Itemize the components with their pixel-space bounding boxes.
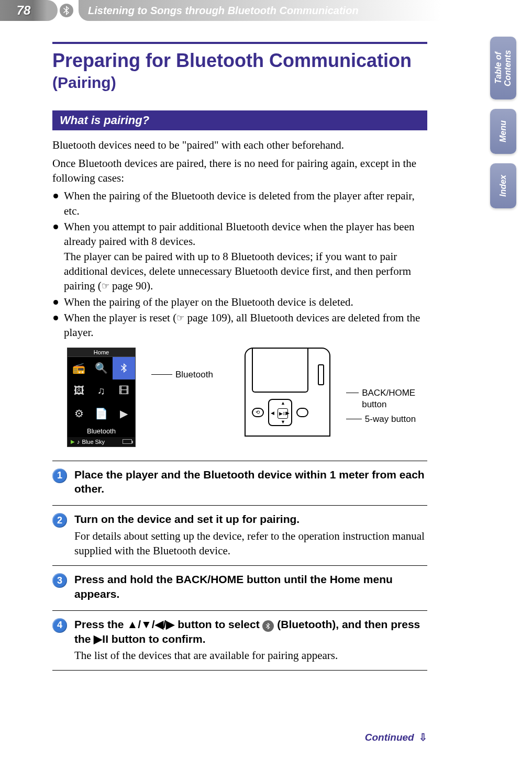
video-icon: 🎞 — [113, 380, 135, 402]
search-icon: 🔍 — [90, 357, 113, 380]
title-rule — [52, 42, 427, 44]
note-icon: ♪ — [77, 439, 80, 445]
play-icon: ▶ — [71, 439, 75, 444]
tab-table-of-contents[interactable]: Table of Contents — [490, 37, 516, 99]
figure-row: Home 📻 🔍 🖼 ♫ 🎞 ⚙ 📄 ▶ Bluetooth ▶ ♪ Blue … — [67, 348, 427, 447]
option-button — [296, 408, 308, 417]
step-heading: Press the ▲/▼/◀/▶ button to select (Blue… — [74, 617, 427, 646]
step-text: For details about setting up the device,… — [74, 529, 427, 559]
battery-icon — [123, 439, 132, 444]
page-title: Preparing for Bluetooth Communication (P… — [52, 50, 427, 92]
device-callouts: BACK/HOME button 5-way button — [346, 348, 427, 425]
playlist-icon: 📄 — [90, 402, 113, 425]
bullet-item: When the pairing of the Bluetooth device… — [52, 188, 427, 218]
back-home-button: ⟲ — [252, 408, 264, 417]
step-item: 1 Place the player and the Bluetooth dev… — [52, 461, 427, 506]
step-number: 2 — [52, 513, 67, 528]
bluetooth-icon — [262, 620, 274, 632]
callout-label: 5-way button — [365, 414, 416, 425]
home-menu-screenshot: Home 📻 🔍 🖼 ♫ 🎞 ⚙ 📄 ▶ Bluetooth ▶ ♪ Blue … — [67, 348, 136, 447]
side-tabs: Table of Contents Menu Index — [490, 37, 516, 208]
fm-icon: 📻 — [68, 357, 90, 380]
bullet-item: When you attempt to pair additional Blue… — [52, 219, 427, 294]
title-main: Preparing for Bluetooth Communication — [52, 50, 412, 71]
step-item: 2 Turn on the device and set it up for p… — [52, 505, 427, 565]
step-number: 4 — [52, 618, 67, 633]
five-way-button: ▲▼ ◀▶ ▶II — [268, 399, 292, 426]
bluetooth-icon — [60, 4, 73, 17]
arrow-down-icon: ⇩ — [419, 731, 427, 743]
step-heading: Turn on the device and set it up for pai… — [74, 512, 427, 526]
callout-label: Bluetooth — [175, 370, 213, 380]
hand-pointer-icon: ☞ — [176, 312, 184, 325]
settings-icon: ⚙ — [68, 402, 90, 425]
photo-icon: 🖼 — [68, 380, 90, 402]
steps-list: 1 Place the player and the Bluetooth dev… — [52, 461, 427, 671]
step-heading: Press and hold the BACK/HOME button unti… — [74, 572, 427, 601]
tab-index[interactable]: Index — [490, 163, 516, 208]
section-heading: What is pairing? — [52, 110, 427, 130]
intro-line-2: Once Bluetooth devices are paired, there… — [52, 156, 427, 186]
home-grid: 📻 🔍 🖼 ♫ 🎞 ⚙ 📄 ▶ — [68, 357, 135, 425]
continued-indicator: Continued ⇩ — [365, 731, 427, 743]
home-menu-label: Bluetooth — [68, 425, 135, 437]
callout-bluetooth: Bluetooth — [151, 370, 213, 380]
callout-label: BACK/HOME button — [362, 387, 427, 410]
bullet-item: When the player is reset (☞ page 109), a… — [52, 310, 427, 340]
tab-menu[interactable]: Menu — [490, 109, 516, 154]
intro-line-1: Bluetooth devices need to be "paired" wi… — [52, 138, 427, 152]
page-header: 78 Listening to Songs through Bluetooth … — [0, 0, 532, 21]
bullet-item: When the pairing of the player on the Bl… — [52, 295, 427, 309]
step-number: 3 — [52, 573, 67, 588]
chapter-title: Listening to Songs through Bluetooth Com… — [79, 0, 532, 21]
step-heading: Place the player and the Bluetooth devic… — [74, 467, 427, 496]
now-playing-icon: ▶ — [113, 402, 135, 425]
page-number: 78 — [0, 0, 47, 21]
step-item: 3 Press and hold the BACK/HOME button un… — [52, 565, 427, 610]
step-text: The list of the devices that are availab… — [74, 648, 427, 663]
step-number: 1 — [52, 468, 67, 483]
side-button — [318, 364, 324, 385]
status-bar: ▶ ♪ Blue Sky — [68, 437, 135, 447]
bullet-list: When the pairing of the Bluetooth device… — [52, 188, 427, 340]
bluetooth-icon — [113, 357, 135, 380]
music-icon: ♫ — [90, 380, 113, 402]
home-title: Home — [68, 348, 135, 357]
hand-pointer-icon: ☞ — [102, 281, 109, 293]
title-sub: (Pairing) — [52, 74, 116, 91]
now-playing-title: Blue Sky — [82, 439, 105, 445]
device-screen — [252, 348, 308, 393]
device-illustration: ⟲ ▲▼ ◀▶ ▶II — [245, 348, 330, 437]
page-content: Preparing for Bluetooth Communication (P… — [0, 21, 532, 671]
step-item: 4 Press the ▲/▼/◀/▶ button to select (Bl… — [52, 610, 427, 671]
